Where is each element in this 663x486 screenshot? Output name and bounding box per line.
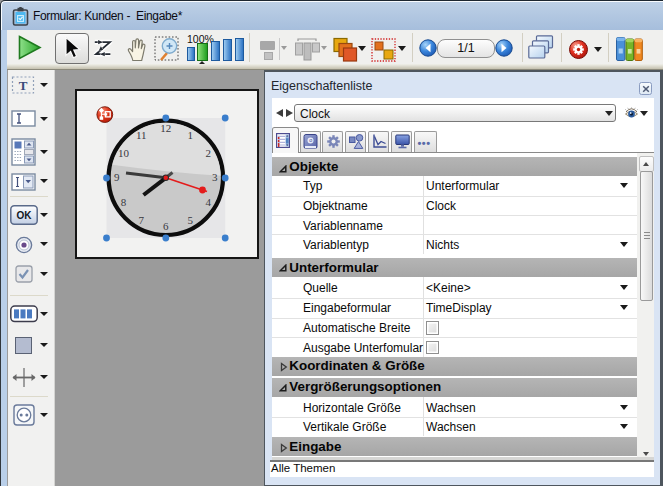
svg-text:2: 2 [205, 147, 211, 159]
svg-text:6: 6 [163, 220, 169, 232]
svg-text:T: T [19, 78, 28, 93]
svg-text:8: 8 [121, 196, 127, 208]
svg-text:7: 7 [139, 214, 145, 226]
svg-text:5: 5 [188, 214, 194, 226]
svg-text:OK: OK [17, 210, 33, 221]
svg-text:3: 3 [212, 171, 218, 183]
svg-text:11: 11 [136, 129, 147, 141]
svg-text:o: o [309, 137, 312, 143]
svg-text:9: 9 [114, 171, 120, 183]
svg-text:10: 10 [118, 147, 130, 159]
svg-text:1: 1 [188, 129, 194, 141]
svg-text:4: 4 [205, 196, 211, 208]
svg-text:12: 12 [160, 122, 171, 134]
